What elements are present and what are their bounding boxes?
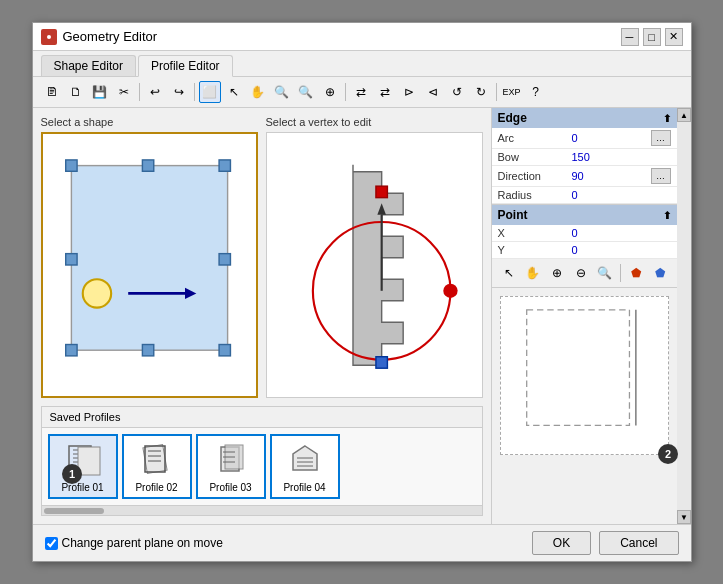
vertex-canvas[interactable] [266, 132, 483, 398]
point-section-header: Point ⬆ [492, 205, 677, 225]
profile-icon-2 [137, 440, 177, 480]
ok-button[interactable]: OK [532, 531, 591, 555]
shape-section: Select a shape [41, 116, 483, 398]
svg-rect-26 [142, 444, 166, 473]
toolbar-new-btn[interactable]: 🗋 [65, 81, 87, 103]
edge-bow-row: Bow 150 [492, 149, 677, 166]
svg-rect-3 [65, 160, 76, 171]
point-section: Point ⬆ X 0 Y 0 [492, 205, 677, 259]
direction-label: Direction [498, 170, 568, 182]
direction-browse-btn[interactable]: … [651, 168, 671, 184]
title-controls: ─ □ ✕ [621, 28, 683, 46]
profile-label-3: Profile 03 [209, 482, 251, 493]
select-shape-box: Select a shape [41, 116, 258, 398]
toolbar-export-btn[interactable]: EXP [501, 81, 523, 103]
toolbar-rotate-cw-btn[interactable]: ↺ [446, 81, 468, 103]
shape-canvas[interactable] [41, 132, 258, 398]
toolbar-next-btn[interactable]: ⊳ [398, 81, 420, 103]
profile-item-1[interactable]: Profile 01 [48, 434, 118, 499]
radius-label: Radius [498, 189, 568, 201]
select-shape-label: Select a shape [41, 116, 258, 128]
change-plane-checkbox[interactable] [45, 537, 58, 550]
bottom-bar: Change parent plane on move OK Cancel [33, 524, 691, 561]
maximize-button[interactable]: □ [643, 28, 661, 46]
edge-collapse-btn[interactable]: ⬆ [663, 113, 671, 124]
point-y-row: Y 0 [492, 242, 677, 259]
profile-icon-4 [285, 440, 325, 480]
toolbar-select-btn[interactable]: ⬜ [199, 81, 221, 103]
toolbar-open-btn[interactable]: 🖹 [41, 81, 63, 103]
toolbar-cut-btn[interactable]: ✂ [113, 81, 135, 103]
preview-vertex-btn[interactable]: ⬟ [649, 262, 671, 284]
edge-radius-row: Radius 0 [492, 187, 677, 204]
toolbar-hand-btn[interactable]: ✋ [247, 81, 269, 103]
edge-direction-row: Direction 90 … [492, 166, 677, 187]
preview-sep [620, 264, 621, 282]
profile-label-2: Profile 02 [135, 482, 177, 493]
toolbar-sep-4 [496, 83, 497, 101]
preview-hand-btn[interactable]: ✋ [522, 262, 544, 284]
main-content: Select a shape [33, 108, 691, 524]
profile-label-1: Profile 01 [61, 482, 103, 493]
preview-zoom-in-btn[interactable]: ⊕ [546, 262, 568, 284]
x-label: X [498, 227, 568, 239]
toolbar-arrow-btn[interactable]: ↖ [223, 81, 245, 103]
toolbar-rotate-ccw-btn[interactable]: ↻ [470, 81, 492, 103]
profile-item-4[interactable]: Profile 04 [270, 434, 340, 499]
svg-rect-6 [65, 254, 76, 265]
scroll-up-btn[interactable]: ▲ [677, 108, 691, 122]
svg-point-13 [82, 279, 110, 307]
select-vertex-label: Select a vertex to edit [266, 116, 483, 128]
window-title: Geometry Editor [63, 29, 158, 44]
cancel-button[interactable]: Cancel [599, 531, 678, 555]
preview-toolbar: ↖ ✋ ⊕ ⊖ 🔍 ⬟ ⬟ [492, 259, 677, 288]
app-icon [41, 29, 57, 45]
dialog-buttons: OK Cancel [532, 531, 679, 555]
toolbar-swap-btn[interactable]: ⇄ [350, 81, 372, 103]
point-collapse-btn[interactable]: ⬆ [663, 210, 671, 221]
tab-profile-editor[interactable]: Profile Editor [138, 55, 233, 77]
toolbar-swap2-btn[interactable]: ⇄ [374, 81, 396, 103]
toolbar-undo-btn[interactable]: ↩ [144, 81, 166, 103]
profile-label-4: Profile 04 [283, 482, 325, 493]
profiles-scrollbar[interactable] [42, 505, 482, 515]
profile-item-3[interactable]: Profile 03 [196, 434, 266, 499]
svg-rect-5 [219, 160, 230, 171]
point-label: Point [498, 208, 528, 222]
right-scrollbar[interactable]: ▲ ▼ [677, 108, 691, 524]
preview-select-btn[interactable]: ↖ [498, 262, 520, 284]
toolbar-redo-btn[interactable]: ↪ [168, 81, 190, 103]
preview-area: ↖ ✋ ⊕ ⊖ 🔍 ⬟ ⬟ [492, 259, 677, 463]
annotation-2: 2 [658, 444, 678, 464]
scroll-down-btn[interactable]: ▼ [677, 510, 691, 524]
profile-icon-3 [211, 440, 251, 480]
toolbar-help-btn[interactable]: ? [525, 81, 547, 103]
preview-zoom-fit-btn[interactable]: 🔍 [594, 262, 616, 284]
svg-rect-7 [219, 254, 230, 265]
close-button[interactable]: ✕ [665, 28, 683, 46]
minimize-button[interactable]: ─ [621, 28, 639, 46]
checkbox-label: Change parent plane on move [62, 536, 223, 550]
svg-rect-15 [375, 186, 386, 197]
annotation-1: 1 [62, 464, 82, 484]
radius-value: 0 [568, 189, 671, 201]
toolbar: 🖹 🗋 💾 ✂ ↩ ↪ ⬜ ↖ ✋ 🔍 🔍 ⊕ ⇄ ⇄ ⊳ ⊲ ↺ ↻ EXP … [33, 77, 691, 108]
preview-zoom-out-btn[interactable]: ⊖ [570, 262, 592, 284]
tab-shape-editor[interactable]: Shape Editor [41, 55, 136, 76]
toolbar-zoom-fit-btn[interactable]: ⊕ [319, 81, 341, 103]
svg-point-1 [47, 35, 51, 39]
toolbar-zoom-in-btn[interactable]: 🔍 [271, 81, 293, 103]
preview-shape-btn[interactable]: ⬟ [625, 262, 647, 284]
toolbar-sep-3 [345, 83, 346, 101]
scroll-track[interactable] [677, 122, 691, 510]
toolbar-zoom-out-btn[interactable]: 🔍 [295, 81, 317, 103]
profile-item-2[interactable]: Profile 02 [122, 434, 192, 499]
scrollbar-thumb[interactable] [44, 508, 104, 514]
x-value: 0 [568, 227, 671, 239]
toolbar-prev-btn[interactable]: ⊲ [422, 81, 444, 103]
toolbar-save-btn[interactable]: 💾 [89, 81, 111, 103]
arc-browse-btn[interactable]: … [651, 130, 671, 146]
edge-arc-row: Arc 0 … [492, 128, 677, 149]
saved-profiles: Saved Profiles [41, 406, 483, 516]
svg-rect-40 [526, 310, 629, 426]
